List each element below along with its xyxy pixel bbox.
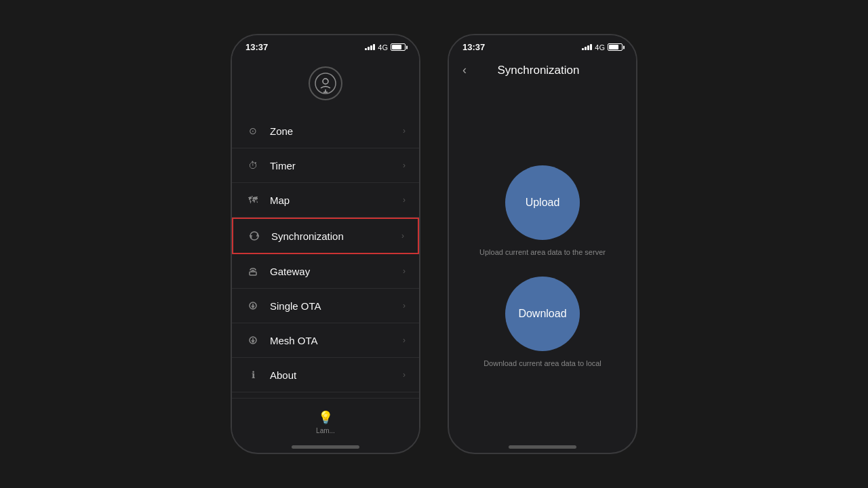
bottom-nav-left: 💡 Lam... (232, 398, 419, 445)
logo-container (305, 63, 346, 104)
left-phone: 13:37 4G (231, 34, 420, 454)
gateway-chevron: › (403, 266, 406, 276)
menu-item-timer[interactable]: ⏱ Timer › (232, 148, 419, 183)
about-icon: ℹ (245, 367, 260, 382)
svg-rect-4 (250, 272, 256, 275)
sync-header: ‹ Synchronization (449, 56, 636, 87)
lamps-label: Lam... (316, 427, 335, 434)
upload-description: Upload current area data to the server (479, 248, 606, 256)
status-icons-right: 4G (582, 43, 623, 52)
upload-button[interactable]: Upload (505, 165, 580, 240)
about-chevron: › (403, 370, 406, 380)
time-left: 13:37 (245, 42, 268, 52)
menu-item-about[interactable]: ℹ About › (232, 358, 419, 392)
battery-icon-left (391, 43, 406, 51)
status-bar-right: 13:37 4G (449, 35, 636, 56)
download-label: Download (518, 308, 566, 320)
sync-chevron: › (401, 231, 404, 241)
network-type-right: 4G (595, 43, 605, 52)
right-phone: 13:37 4G ‹ Synchronization Upload Upload… (448, 34, 637, 454)
map-label: Map (270, 195, 403, 206)
signal-icon (365, 44, 375, 50)
app-logo (309, 66, 342, 100)
map-icon: 🗺 (245, 192, 260, 207)
lamps-icon: 💡 (318, 410, 333, 425)
menu-item-zone[interactable]: ⊙ Zone › (232, 114, 419, 148)
signal-icon-right (582, 44, 592, 50)
upload-label: Upload (526, 197, 560, 209)
menu-list: ⊙ Zone › ⏱ Timer › 🗺 Map › Synchronizat (232, 114, 419, 398)
zone-label: Zone (270, 125, 403, 137)
status-icons-left: 4G (365, 43, 406, 52)
upload-section: Upload Upload current area data to the s… (479, 165, 606, 256)
single-ota-label: Single OTA (270, 300, 403, 312)
menu-item-gateway[interactable]: Gateway › (232, 254, 419, 289)
home-indicator-right (509, 445, 576, 449)
zone-icon: ⊙ (245, 123, 260, 138)
mesh-ota-chevron: › (403, 336, 406, 345)
gateway-icon (245, 264, 260, 279)
download-button[interactable]: Download (505, 277, 580, 351)
home-indicator-left (292, 445, 359, 449)
download-description: Download current area data to local (484, 359, 601, 367)
map-chevron: › (403, 195, 406, 205)
mesh-ota-icon (245, 333, 260, 348)
timer-chevron: › (403, 161, 406, 170)
battery-icon-right (608, 43, 623, 51)
menu-item-mesh-ota[interactable]: Mesh OTA › (232, 323, 419, 358)
time-right: 13:37 (462, 42, 485, 52)
network-type-left: 4G (378, 43, 388, 52)
about-label: About (270, 369, 403, 381)
timer-icon: ⏱ (245, 158, 260, 173)
menu-item-single-ota[interactable]: Single OTA › (232, 289, 419, 323)
sync-content: Upload Upload current area data to the s… (449, 87, 636, 445)
single-ota-chevron: › (403, 301, 406, 310)
download-section: Download Download current area data to l… (484, 277, 601, 367)
sync-page-title: Synchronization (473, 64, 604, 77)
back-button[interactable]: ‹ (462, 63, 467, 77)
app-header-left (232, 56, 419, 114)
menu-item-map[interactable]: 🗺 Map › (232, 183, 419, 218)
sync-label: Synchronization (271, 230, 401, 242)
gateway-label: Gateway (270, 266, 403, 277)
sync-icon (247, 228, 262, 243)
nav-lamps[interactable]: 💡 Lam... (316, 410, 335, 434)
timer-label: Timer (270, 160, 403, 171)
single-ota-icon (245, 298, 260, 313)
mesh-ota-label: Mesh OTA (270, 335, 403, 346)
menu-item-synchronization[interactable]: Synchronization › (232, 218, 419, 254)
status-bar-left: 13:37 4G (232, 35, 419, 56)
svg-point-1 (323, 79, 328, 84)
zone-chevron: › (403, 126, 406, 136)
